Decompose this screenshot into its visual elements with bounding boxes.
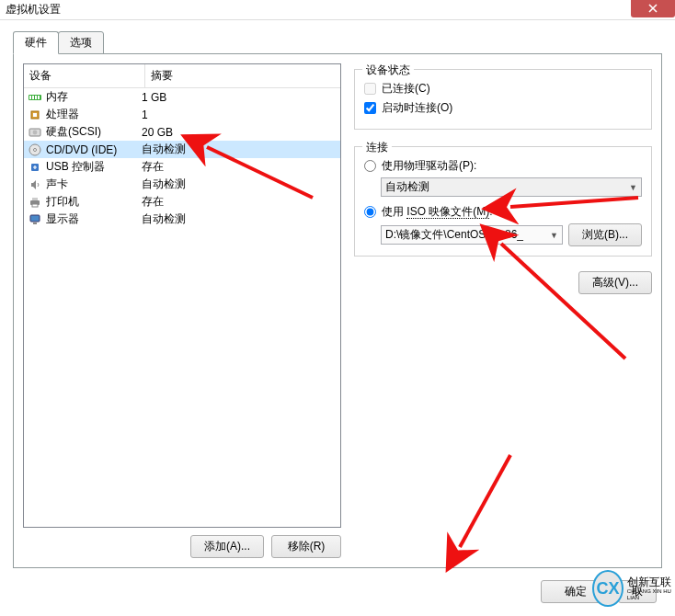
connected-checkbox-row: 已连接(C) bbox=[364, 81, 642, 97]
tab-hardware[interactable]: 硬件 bbox=[13, 31, 59, 54]
svg-rect-14 bbox=[32, 204, 38, 207]
usb-icon bbox=[28, 160, 42, 175]
remove-button[interactable]: 移除(R) bbox=[271, 535, 341, 558]
hw-row-display[interactable]: 显示器 自动检测 bbox=[24, 211, 340, 228]
title-bar: 虚拟机设置 bbox=[0, 0, 675, 20]
hw-label: 硬盘(SCSI) bbox=[46, 124, 101, 140]
hw-row-sound[interactable]: 声卡 自动检测 bbox=[24, 176, 340, 193]
brand-text: 创新互联 CHUANG XIN HU LIAN bbox=[627, 576, 675, 600]
connect-on-power-checkbox[interactable] bbox=[364, 102, 376, 114]
connect-on-power-row[interactable]: 启动时连接(O) bbox=[364, 100, 642, 116]
printer-icon bbox=[28, 195, 42, 210]
iso-path-combo[interactable]: D:\镜像文件\CentOS-7-x86_ ▼ bbox=[381, 225, 563, 245]
hw-summary: 自动检测 bbox=[142, 211, 337, 227]
hw-summary: 存在 bbox=[142, 194, 337, 210]
col-device: 设备 bbox=[24, 64, 145, 87]
connect-on-power-label: 启动时连接(O) bbox=[382, 100, 452, 116]
hw-row-cpu[interactable]: 处理器 1 bbox=[24, 106, 340, 123]
svg-rect-3 bbox=[35, 96, 37, 99]
chevron-down-icon[interactable]: ▼ bbox=[550, 231, 558, 240]
hw-label: 声卡 bbox=[46, 177, 68, 192]
hw-summary: 1 bbox=[142, 108, 337, 121]
physical-drive-value: 自动检测 bbox=[385, 179, 429, 195]
svg-point-8 bbox=[33, 130, 38, 134]
svg-rect-4 bbox=[38, 96, 40, 99]
col-summary: 摘要 bbox=[145, 64, 340, 87]
chevron-down-icon: ▼ bbox=[629, 183, 637, 192]
memory-icon bbox=[28, 90, 42, 105]
connection-group: 连接 使用物理驱动器(P): 自动检测 ▼ 使用 ISO 映像文件(M): D:… bbox=[354, 146, 652, 257]
hw-row-cd[interactable]: CD/DVD (IDE) 自动检测 bbox=[24, 141, 340, 158]
cd-icon bbox=[28, 143, 42, 157]
hw-row-usb[interactable]: USB 控制器 存在 bbox=[24, 158, 340, 176]
add-button[interactable]: 添加(A)... bbox=[190, 535, 264, 558]
connected-checkbox bbox=[364, 83, 376, 95]
use-physical-label: 使用物理驱动器(P): bbox=[382, 158, 476, 174]
advanced-button[interactable]: 高级(V)... bbox=[578, 271, 652, 294]
hw-label: CD/DVD (IDE) bbox=[46, 143, 117, 156]
window-title: 虚拟机设置 bbox=[6, 2, 61, 17]
brand-logo: CX 创新互联 CHUANG XIN HU LIAN bbox=[592, 565, 675, 612]
svg-rect-13 bbox=[32, 198, 38, 200]
use-iso-label: 使用 ISO 映像文件(M): bbox=[382, 204, 493, 220]
hardware-box: 设备 摘要 内存 1 GB 处理器 1 硬盘(SCSI) 20 GB CD/DV… bbox=[23, 63, 341, 558]
hw-label: 内存 bbox=[46, 89, 68, 105]
status-legend: 设备状态 bbox=[362, 63, 414, 78]
hardware-buttons: 添加(A)... 移除(R) bbox=[23, 535, 341, 558]
hw-summary: 存在 bbox=[142, 159, 337, 175]
device-status-group: 设备状态 已连接(C) 启动时连接(O) bbox=[354, 69, 652, 130]
main-panel: 设备 摘要 内存 1 GB 处理器 1 硬盘(SCSI) 20 GB CD/DV… bbox=[13, 53, 662, 568]
tab-options[interactable]: 选项 bbox=[58, 31, 104, 54]
hw-summary: 20 GB bbox=[142, 126, 337, 139]
hw-summary: 自动检测 bbox=[142, 177, 337, 192]
browse-button[interactable]: 浏览(B)... bbox=[568, 223, 642, 246]
use-iso-row[interactable]: 使用 ISO 映像文件(M): bbox=[364, 204, 642, 220]
hardware-list[interactable]: 设备 摘要 内存 1 GB 处理器 1 硬盘(SCSI) 20 GB CD/DV… bbox=[23, 63, 341, 528]
advanced-row: 高级(V)... bbox=[354, 271, 652, 294]
hardware-list-header: 设备 摘要 bbox=[24, 64, 340, 88]
tab-strip: 硬件 选项 bbox=[13, 31, 675, 53]
display-icon bbox=[28, 212, 42, 227]
window-close-button[interactable] bbox=[631, 0, 675, 17]
hw-label: USB 控制器 bbox=[46, 159, 105, 175]
iso-path-value: D:\镜像文件\CentOS-7-x86_ bbox=[385, 227, 523, 243]
svg-rect-16 bbox=[33, 222, 37, 224]
cpu-icon bbox=[28, 108, 42, 122]
hw-label: 打印机 bbox=[46, 194, 79, 210]
physical-drive-combo: 自动检测 ▼ bbox=[381, 177, 642, 197]
connected-label: 已连接(C) bbox=[382, 81, 430, 97]
connection-legend: 连接 bbox=[362, 140, 392, 155]
svg-rect-1 bbox=[29, 96, 31, 99]
hw-label: 处理器 bbox=[46, 107, 79, 122]
svg-rect-2 bbox=[32, 96, 34, 99]
sound-icon bbox=[28, 177, 42, 192]
use-physical-radio[interactable] bbox=[364, 160, 376, 172]
brand-icon: CX bbox=[592, 570, 624, 607]
use-iso-radio[interactable] bbox=[364, 206, 376, 218]
hw-summary: 1 GB bbox=[142, 91, 337, 104]
svg-point-10 bbox=[34, 148, 37, 151]
hw-row-printer[interactable]: 打印机 存在 bbox=[24, 193, 340, 211]
hw-summary: 自动检测 bbox=[142, 142, 337, 157]
svg-rect-15 bbox=[30, 215, 40, 222]
use-physical-row[interactable]: 使用物理驱动器(P): bbox=[364, 158, 642, 174]
hw-row-memory[interactable]: 内存 1 GB bbox=[24, 88, 340, 106]
svg-rect-6 bbox=[33, 113, 37, 117]
hw-row-disk[interactable]: 硬盘(SCSI) 20 GB bbox=[24, 123, 340, 141]
hw-label: 显示器 bbox=[46, 211, 79, 227]
right-pane: 设备状态 已连接(C) 启动时连接(O) 连接 使用物理驱动器(P): 自动检测… bbox=[354, 63, 652, 558]
disk-icon bbox=[28, 125, 42, 140]
